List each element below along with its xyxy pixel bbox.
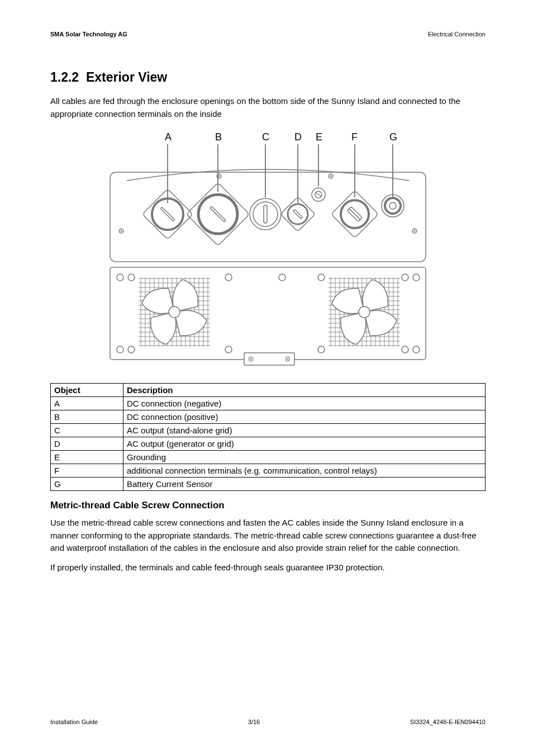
cell-object: F xyxy=(51,464,123,478)
cell-object: B xyxy=(51,410,123,424)
section-number: 1.2.2 xyxy=(50,70,79,84)
svg-rect-120 xyxy=(244,353,294,365)
svg-rect-19 xyxy=(186,182,249,245)
cell-description: DC connection (positive) xyxy=(123,410,486,424)
table-row: Fadditional connection terminals (e.g. c… xyxy=(51,464,486,478)
svg-point-26 xyxy=(284,200,312,229)
table-row: EGrounding xyxy=(51,451,486,464)
svg-rect-18 xyxy=(160,207,174,221)
svg-point-12 xyxy=(217,174,221,178)
svg-point-20 xyxy=(191,187,246,242)
svg-rect-7 xyxy=(110,172,426,262)
svg-point-14 xyxy=(329,174,333,178)
svg-point-8 xyxy=(119,229,123,233)
svg-point-107 xyxy=(117,274,123,281)
footer-left: Installation Guide xyxy=(50,719,98,725)
header-company: SMA Solar Technology AG xyxy=(50,31,127,37)
diagram-wrapper: A B C D E F G xyxy=(50,130,486,371)
subsection-para2: If properly installed, the terminals and… xyxy=(50,561,486,574)
cell-object: G xyxy=(51,478,123,491)
cell-description: Battery Current Sensor xyxy=(123,478,486,491)
table-row: ADC connection (negative) xyxy=(51,397,486,410)
svg-point-117 xyxy=(318,346,325,353)
svg-rect-24 xyxy=(264,205,267,223)
svg-point-10 xyxy=(412,229,417,233)
svg-point-112 xyxy=(402,274,408,281)
svg-point-17 xyxy=(145,192,189,236)
svg-line-30 xyxy=(315,192,322,197)
svg-point-115 xyxy=(128,346,135,353)
label-d: D xyxy=(294,131,302,143)
svg-point-22 xyxy=(250,199,281,230)
table-header-row: Object Description xyxy=(51,384,486,397)
label-a: A xyxy=(165,131,172,143)
svg-point-15 xyxy=(330,176,332,177)
svg-point-110 xyxy=(279,274,285,281)
cell-description: Grounding xyxy=(123,451,486,464)
cell-description: additional connection terminals (e.g. co… xyxy=(123,464,486,478)
svg-point-119 xyxy=(413,346,420,353)
cell-description: AC output (generator or grid) xyxy=(123,437,486,451)
label-g: G xyxy=(389,131,397,143)
svg-point-36 xyxy=(385,198,401,214)
intro-paragraph: All cables are fed through the enclosure… xyxy=(50,95,486,120)
cell-object: A xyxy=(51,397,123,410)
cell-description: DC connection (negative) xyxy=(123,397,486,410)
bottom-panel xyxy=(110,267,426,365)
header-description: Description xyxy=(123,384,486,397)
section-heading: 1.2.2 Exterior View xyxy=(50,70,486,85)
label-c: C xyxy=(262,131,269,143)
page-footer: Installation Guide 3/16 SI3324_4248-E-IE… xyxy=(50,719,486,725)
svg-point-113 xyxy=(413,274,420,281)
svg-point-108 xyxy=(128,274,135,281)
svg-point-116 xyxy=(225,346,232,353)
svg-point-37 xyxy=(389,202,396,209)
label-e: E xyxy=(316,131,322,143)
label-b: B xyxy=(215,131,222,143)
svg-point-111 xyxy=(318,274,325,281)
cell-object: D xyxy=(51,437,123,451)
subsection-para1: Use the metric-thread cable screw connec… xyxy=(50,517,486,555)
page-header: SMA Solar Technology AG Electrical Conne… xyxy=(50,31,486,37)
footer-right: SI3324_4248-E-IEN094410 xyxy=(410,719,486,725)
header-object: Object xyxy=(51,384,123,397)
svg-point-13 xyxy=(218,176,220,177)
cell-description: AC output (stand-alone grid) xyxy=(123,424,486,437)
top-panel xyxy=(110,169,426,262)
subsection-heading: Metric-thread Cable Screw Connection xyxy=(50,500,486,511)
svg-point-109 xyxy=(225,274,232,281)
table-row: DAC output (generator or grid) xyxy=(51,437,486,451)
svg-point-106 xyxy=(359,306,370,318)
cell-object: C xyxy=(51,424,123,437)
label-f: F xyxy=(351,131,358,143)
connection-table: Object Description ADC connection (negat… xyxy=(50,383,486,491)
cell-object: E xyxy=(51,451,123,464)
svg-point-73 xyxy=(169,306,180,318)
svg-point-11 xyxy=(414,230,416,232)
svg-point-9 xyxy=(121,230,122,232)
footer-center: 3/16 xyxy=(248,719,260,725)
table-row: BDC connection (positive) xyxy=(51,410,486,424)
table-row: CAC output (stand-alone grid) xyxy=(51,424,486,437)
section-title: Exterior View xyxy=(86,70,167,84)
exterior-view-diagram: A B C D E F G xyxy=(104,130,431,371)
svg-rect-27 xyxy=(293,210,303,219)
svg-point-118 xyxy=(402,346,408,353)
svg-rect-21 xyxy=(210,206,226,222)
table-row: GBattery Current Sensor xyxy=(51,478,486,491)
svg-point-114 xyxy=(117,346,123,353)
header-section: Electrical Connection xyxy=(428,31,486,37)
